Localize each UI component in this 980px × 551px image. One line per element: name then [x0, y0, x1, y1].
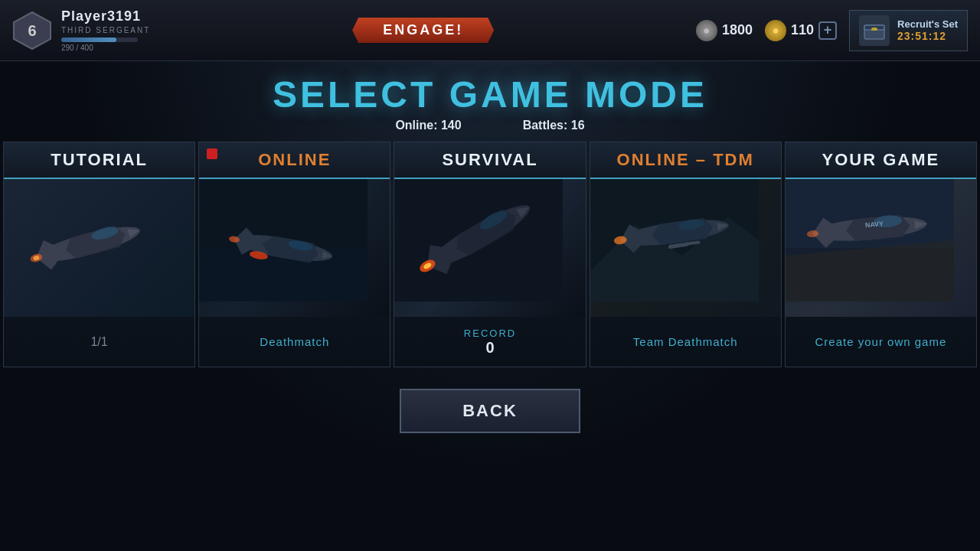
game-modes-container: TUTORIAL — [0, 142, 980, 367]
gold-value: 110 — [791, 22, 814, 38]
online-footer: Deathmatch — [199, 317, 390, 367]
game-mode-online[interactable]: ONLINE — [198, 142, 390, 367]
add-gold-button[interactable]: + — [818, 21, 837, 40]
header: 6 Player3191 THIRD SERGEANT 290 / 400 EN… — [0, 0, 980, 61]
recruit-box[interactable]: Recruit's Set 23:51:12 — [849, 10, 968, 51]
your-game-footer: Create your own game — [786, 317, 976, 367]
battles-stat: Battles: 16 — [523, 119, 585, 132]
tutorial-header: TUTORIAL — [4, 142, 194, 179]
player-name: Player3191 — [61, 8, 150, 24]
rank-badge-container: 6 — [12, 11, 52, 51]
your-game-title: YOUR GAME — [822, 150, 940, 169]
online-tdm-image — [590, 179, 781, 317]
rank-number: 6 — [28, 21, 36, 39]
recruit-title: Recruit's Set — [897, 18, 958, 30]
online-live-indicator — [207, 148, 217, 159]
online-header: ONLINE — [199, 142, 390, 179]
online-stat: Online: 140 — [395, 119, 461, 132]
recruit-timer: 23:51:12 — [897, 30, 958, 42]
recruit-chest-icon — [863, 19, 886, 42]
your-game-jet-icon: NAVY — [786, 179, 954, 302]
header-center: ENGAGE! — [352, 18, 494, 43]
game-mode-your-game[interactable]: YOUR GAME — [785, 142, 977, 367]
coins-icon: ● — [696, 20, 717, 41]
recruit-icon — [859, 15, 890, 46]
coins-value: 1800 — [722, 22, 753, 38]
survival-image — [394, 179, 585, 317]
tutorial-image — [4, 179, 194, 317]
player-xp: 290 / 400 — [61, 44, 150, 52]
survival-record-label: RECORD — [464, 328, 516, 339]
svg-rect-3 — [871, 28, 877, 31]
your-game-image: NAVY — [786, 179, 976, 317]
game-mode-survival[interactable]: SURVIVAL — [394, 142, 586, 367]
your-game-header: YOUR GAME — [786, 142, 976, 179]
xp-bar-container — [61, 37, 138, 42]
tutorial-footer: 1/1 — [4, 317, 194, 367]
tutorial-jet-icon — [4, 179, 172, 302]
xp-bar — [61, 37, 116, 42]
page-stats: Online: 140 Battles: 16 — [0, 119, 980, 132]
survival-footer: RECORD 0 — [394, 317, 585, 367]
game-mode-online-tdm[interactable]: ONLINE – TDM — [590, 142, 782, 367]
survival-record-value: 0 — [485, 339, 494, 357]
online-jet-icon — [199, 179, 368, 302]
survival-jet-icon — [394, 179, 563, 302]
your-game-subtitle: Create your own game — [815, 335, 947, 348]
svg-text:NAVY: NAVY — [864, 220, 884, 229]
game-mode-tutorial[interactable]: TUTORIAL — [3, 142, 195, 367]
engage-button[interactable]: ENGAGE! — [352, 18, 494, 43]
online-tdm-header: ONLINE – TDM — [590, 142, 781, 179]
header-right: ● 1800 ● 110 + Recruit's Set 23:51:12 — [696, 10, 968, 51]
gold-icon: ● — [765, 20, 786, 41]
survival-title: SURVIVAL — [442, 150, 537, 169]
coins-currency: ● 1800 — [696, 20, 753, 41]
page-title: SELECT GAME MODE — [0, 73, 980, 116]
survival-header: SURVIVAL — [394, 142, 585, 179]
online-image — [199, 179, 390, 317]
tutorial-fraction: 1/1 — [90, 335, 107, 349]
back-button-container: Back — [0, 389, 980, 433]
main-content: SELECT GAME MODE Online: 140 Battles: 16… — [0, 61, 980, 433]
online-subtitle: Deathmatch — [260, 335, 329, 348]
gold-currency: ● 110 + — [765, 20, 837, 41]
player-rank-title: THIRD SERGEANT — [61, 26, 150, 34]
recruit-text: Recruit's Set 23:51:12 — [897, 18, 958, 42]
online-tdm-subtitle: Team Deathmatch — [633, 335, 738, 348]
back-button[interactable]: Back — [400, 389, 580, 433]
player-info: 6 Player3191 THIRD SERGEANT 290 / 400 — [12, 8, 150, 52]
player-details: Player3191 THIRD SERGEANT 290 / 400 — [61, 8, 150, 52]
tdm-jet-icon — [590, 179, 759, 302]
online-tdm-title: ONLINE – TDM — [617, 150, 754, 169]
page-title-section: SELECT GAME MODE Online: 140 Battles: 16 — [0, 73, 980, 132]
online-title: ONLINE — [258, 150, 331, 169]
online-tdm-footer: Team Deathmatch — [590, 317, 781, 367]
tutorial-title: TUTORIAL — [51, 150, 148, 169]
